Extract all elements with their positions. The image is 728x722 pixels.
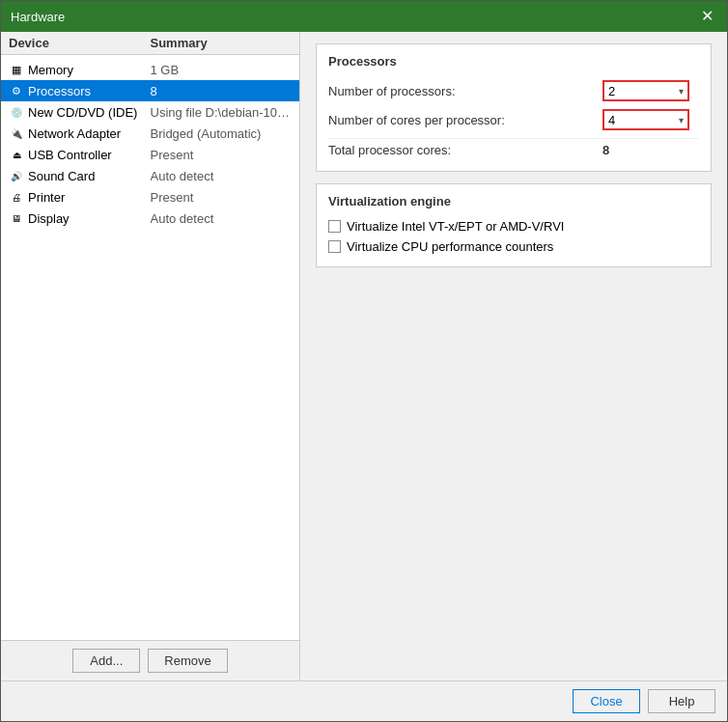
processors-icon: ⚙	[9, 83, 24, 98]
virt-section-title: Virtualization engine	[328, 194, 699, 208]
cdvd-label: New CD/DVD (IDE)	[28, 105, 137, 120]
virt-option1-checkbox[interactable]	[328, 220, 341, 233]
header-device: Device	[9, 36, 151, 50]
right-panel: Processors Number of processors: 2 ▾ Num…	[300, 32, 727, 680]
remove-button[interactable]: Remove	[148, 649, 227, 673]
printer-icon: 🖨	[9, 189, 24, 205]
cdvd-summary: Using file D:\debian-10.9.0-a...	[151, 105, 293, 120]
processors-label: Processors	[28, 84, 91, 98]
sound-label: Sound Card	[28, 169, 95, 183]
cdvd-icon: 💿	[9, 104, 24, 120]
list-item-cdvd[interactable]: 💿 New CD/DVD (IDE) Using file D:\debian-…	[1, 101, 299, 123]
list-item-sound[interactable]: 🔊 Sound Card Auto detect	[1, 165, 299, 186]
usb-label: USB Controller	[28, 148, 112, 162]
sound-icon: 🔊	[9, 168, 24, 183]
num-processors-row: Number of processors: 2 ▾	[328, 76, 699, 105]
usb-summary: Present	[151, 148, 293, 162]
virt-option1-label: Virtualize Intel VT-x/EPT or AMD-V/RVI	[347, 219, 564, 234]
total-value: 8	[602, 143, 699, 157]
num-cores-label: Number of cores per processor:	[328, 113, 602, 127]
network-summary: Bridged (Automatic)	[151, 126, 293, 141]
add-button[interactable]: Add...	[72, 649, 140, 673]
num-cores-row: Number of cores per processor: 4 ▾	[328, 105, 699, 134]
list-buttons: Add... Remove	[1, 640, 299, 680]
list-item-network[interactable]: 🔌 Network Adapter Bridged (Automatic)	[1, 123, 299, 144]
num-processors-label: Number of processors:	[328, 84, 602, 98]
memory-summary: 1 GB	[151, 63, 293, 77]
virt-option1-row: Virtualize Intel VT-x/EPT or AMD-V/RVI	[328, 216, 699, 236]
processors-section: Processors Number of processors: 2 ▾ Num…	[316, 43, 712, 172]
hardware-window: Hardware ✕ Device Summary ▦ Memory 1 GB	[0, 0, 728, 722]
num-processors-value: 2	[608, 84, 615, 98]
num-processors-control: 2 ▾	[602, 80, 699, 101]
device-list: ▦ Memory 1 GB ⚙ Processors 8 💿 New CD	[1, 55, 299, 640]
close-window-button[interactable]: ✕	[697, 9, 717, 24]
list-item-processors[interactable]: ⚙ Processors 8	[1, 80, 299, 101]
network-icon: 🔌	[9, 125, 24, 141]
list-item-usb[interactable]: ⏏ USB Controller Present	[1, 144, 299, 165]
list-item-display[interactable]: 🖥 Display Auto detect	[1, 208, 299, 229]
num-cores-control: 4 ▾	[602, 109, 699, 130]
printer-label: Printer	[28, 190, 65, 205]
display-label: Display	[28, 211, 70, 226]
processors-section-title: Processors	[328, 54, 699, 69]
total-label: Total processor cores:	[328, 143, 602, 157]
window-title: Hardware	[11, 10, 65, 24]
num-processors-select[interactable]: 2 ▾	[602, 80, 689, 101]
footer: Close Help	[1, 680, 727, 721]
display-icon: 🖥	[9, 210, 24, 226]
titlebar: Hardware ✕	[1, 1, 727, 32]
display-summary: Auto detect	[151, 211, 293, 226]
help-button[interactable]: Help	[648, 689, 715, 713]
virtualization-section: Virtualization engine Virtualize Intel V…	[316, 183, 712, 267]
num-cores-chevron: ▾	[679, 115, 684, 125]
list-item-printer[interactable]: 🖨 Printer Present	[1, 186, 299, 208]
virt-option2-row: Virtualize CPU performance counters	[328, 236, 699, 257]
num-processors-chevron: ▾	[679, 86, 684, 97]
virt-option2-checkbox[interactable]	[328, 240, 341, 253]
list-item-memory[interactable]: ▦ Memory 1 GB	[1, 59, 299, 80]
usb-icon: ⏏	[9, 147, 24, 162]
total-row: Total processor cores: 8	[328, 138, 699, 161]
network-label: Network Adapter	[28, 126, 121, 141]
processors-summary: 8	[151, 84, 293, 98]
memory-label: Memory	[28, 63, 73, 77]
virt-option2-label: Virtualize CPU performance counters	[347, 239, 553, 254]
printer-summary: Present	[151, 190, 293, 205]
memory-icon: ▦	[9, 62, 24, 77]
list-header: Device Summary	[1, 32, 299, 55]
num-cores-value: 4	[608, 113, 615, 127]
close-button[interactable]: Close	[573, 689, 640, 713]
main-content: Device Summary ▦ Memory 1 GB ⚙ Processor…	[1, 32, 727, 680]
left-panel: Device Summary ▦ Memory 1 GB ⚙ Processor…	[1, 32, 300, 680]
num-cores-select[interactable]: 4 ▾	[602, 109, 689, 130]
sound-summary: Auto detect	[151, 169, 293, 183]
header-summary: Summary	[151, 36, 293, 50]
